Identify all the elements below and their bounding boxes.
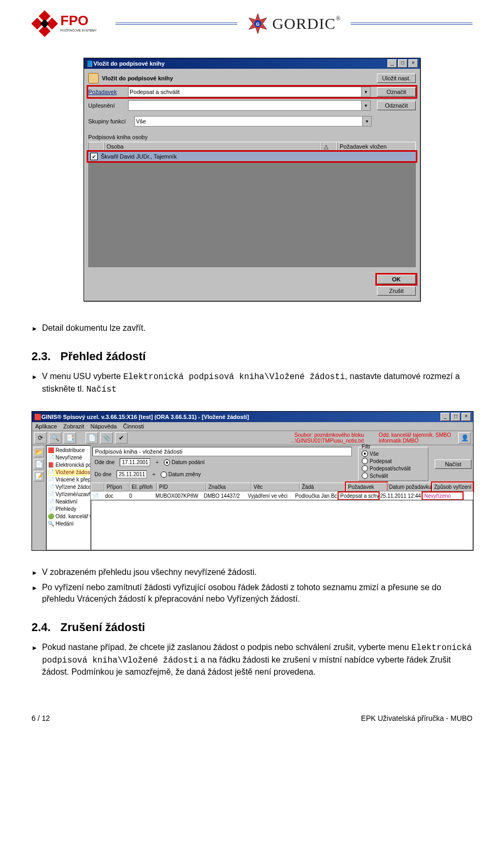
- menu-napoveda[interactable]: Nápověda: [90, 423, 117, 429]
- col-request-inserted[interactable]: Požadavek vložen: [337, 142, 416, 151]
- grid2-row[interactable]: 📄 doc 0 MUBOX007KP8W DMBO 14437/2 Vyjádř…: [91, 491, 473, 500]
- app-title: GINIS® Spisový uzel. v.3.66.15:X16 [test…: [41, 414, 439, 420]
- toolbar-btn-3[interactable]: 📑: [64, 432, 76, 444]
- col-vec[interactable]: Věc: [251, 483, 300, 491]
- chevron-down-icon[interactable]: ▼: [361, 101, 370, 110]
- footer-title: EPK Uživatelská příručka - MUBO: [361, 714, 472, 722]
- tree-hledani[interactable]: 🔍 Hledání: [48, 520, 89, 528]
- maximize-icon[interactable]: □: [451, 413, 460, 421]
- col-zada[interactable]: Žádá: [300, 483, 346, 491]
- tree-redistribuce[interactable]: 🟥 Redistribuce: [48, 447, 89, 454]
- tree-vyrizene-z[interactable]: 📄 Vyřízené žádosti: [48, 484, 89, 491]
- radio-datum-zmeny[interactable]: Datum změny: [161, 471, 201, 478]
- status-role: informatik DMBO: [379, 438, 451, 444]
- section-23-heading: 2.3. Přehled žádostí: [32, 350, 472, 363]
- close-icon[interactable]: ×: [461, 413, 471, 421]
- app-titlebar[interactable]: 🟥 GINIS® Spisový uzel. v.3.66.15:X16 [te…: [32, 412, 473, 422]
- to-label: Do dne: [94, 471, 111, 477]
- to-date[interactable]: 25.11.2011: [117, 470, 147, 478]
- col-znacka[interactable]: Značka: [206, 483, 251, 491]
- menu-aplikace[interactable]: Aplikace: [35, 423, 57, 429]
- save-settings-button[interactable]: Uložit nast.: [377, 74, 416, 83]
- mark-button[interactable]: Označit: [377, 87, 416, 97]
- close-icon[interactable]: ×: [408, 59, 418, 68]
- radio-vse[interactable]: Vše: [362, 450, 425, 457]
- from-label: Ode dne: [94, 459, 114, 465]
- header-rule-left: [116, 23, 237, 25]
- vt-btn-2[interactable]: 📄: [34, 459, 44, 469]
- grid2-header: Přípon El. příloh PID Značka Věc Žádá Po…: [91, 483, 473, 491]
- request-combo[interactable]: Podepsat a schválit ▼: [128, 87, 371, 97]
- vt-btn-1[interactable]: 📂: [34, 447, 44, 457]
- menu-cinnosti[interactable]: Činnosti: [123, 423, 144, 429]
- nav-tree[interactable]: 🟥 Redistribuce 📄 Nevyřízené 📕 Elektronic…: [46, 445, 91, 550]
- radio-podschval[interactable]: Podepsat/schválit: [362, 465, 425, 471]
- toolbar-btn-1[interactable]: ⟳: [34, 432, 47, 444]
- tree-neaktivni[interactable]: 📄 Neaktivní: [48, 498, 89, 506]
- tree-nevyrizene[interactable]: 📄 Nevyřízené: [48, 454, 89, 462]
- request-value: Podepsat a schválit: [130, 89, 180, 95]
- after-bullet-2: Po vyřízení nebo zamítnutí žádosti vyřiz…: [32, 582, 472, 605]
- tree-epk[interactable]: 📕 Elektronická podpisová kniha: [48, 462, 89, 469]
- request-label[interactable]: Požadavek: [88, 89, 125, 95]
- dialog-titlebar[interactable]: 📘 Vložit do podpisové knihy _ □ ×: [84, 58, 420, 69]
- checkbox-icon[interactable]: ✔: [90, 153, 98, 160]
- maximize-icon[interactable]: □: [398, 59, 407, 68]
- toolbar-btn-4[interactable]: 📄: [86, 432, 98, 444]
- filter-group: Filtr Vše Podepsat Podepsat/schválit Sch…: [358, 447, 428, 481]
- col-pozadavek[interactable]: Požadavek: [346, 483, 387, 491]
- toolbar-btn-5[interactable]: 📎: [100, 432, 113, 444]
- row-person: Škvařil David JUDr., Tajemník: [101, 153, 177, 160]
- ok-button[interactable]: OK: [377, 275, 416, 284]
- minimize-icon[interactable]: _: [440, 413, 450, 421]
- refine-combo[interactable]: ▼: [128, 100, 371, 111]
- menu-zobrazit[interactable]: Zobrazit: [64, 423, 85, 429]
- table-row[interactable]: ✔ Škvařil David JUDr., Tajemník: [88, 152, 416, 161]
- page-number: 6 / 12: [32, 714, 50, 722]
- col-elpriloh[interactable]: El. příloh: [130, 483, 157, 491]
- col-pid[interactable]: PID: [157, 483, 206, 491]
- radio-schvalit[interactable]: Schválit: [362, 473, 425, 479]
- cell-znacka: DMBO 14437/2: [202, 492, 246, 499]
- tree-vracene[interactable]: 📄 Vrácené k přepracování: [48, 476, 89, 484]
- unmark-button[interactable]: Odznačit: [377, 101, 416, 110]
- fpo-logo: FPO POČÍTAČOVÉ SYSTÉMY: [32, 11, 110, 37]
- doc-icon: 📄: [92, 493, 99, 499]
- sec24-bullet: Pokud nastane případ, že chcete již zasl…: [32, 642, 472, 678]
- filter-legend: Filtr: [362, 444, 425, 449]
- radio-podepsat[interactable]: Podepsat: [362, 458, 425, 464]
- from-date[interactable]: 17.11.2001: [120, 458, 150, 466]
- tree-vlozene[interactable]: 📄 Vložené žádosti: [48, 469, 89, 476]
- app-icon: 📘: [86, 60, 93, 67]
- refine-label: Upřesnění: [88, 102, 125, 109]
- tree-vyrizene-u[interactable]: 📄 Vyřízené/uzavřené: [48, 491, 89, 498]
- toolbar-user-icon[interactable]: 👤: [458, 432, 471, 444]
- menubar: Aplikace Zobrazit Nápověda Činnosti: [32, 422, 473, 431]
- groups-combo[interactable]: Vše ▼: [134, 116, 372, 127]
- svg-rect-4: [40, 19, 49, 28]
- vt-btn-3[interactable]: 📝: [34, 471, 44, 481]
- minimize-icon[interactable]: _: [387, 59, 397, 68]
- cancel-button[interactable]: Zrušit: [377, 286, 416, 296]
- cell-pozadavek: Podepsat a schválit: [339, 492, 379, 499]
- tree-prehledy[interactable]: 📄 Přehledy: [48, 506, 89, 513]
- toolbar: ⟳ 🔍 📑 📄 📎 ✔ Soubor: poznámkového bloku ……: [32, 431, 473, 445]
- svg-text:FPO: FPO: [60, 13, 88, 28]
- col-vyrizeni[interactable]: Způsob vyřízení: [432, 483, 473, 491]
- load-button[interactable]: Načíst: [435, 459, 471, 469]
- col-osoba[interactable]: Osoba: [104, 142, 321, 151]
- col-datum[interactable]: Datum požadavku: [387, 483, 432, 491]
- sec23-bullet: V menu USU vyberte Elektronická podpisov…: [32, 371, 472, 395]
- toolbar-btn-6[interactable]: ✔: [115, 432, 128, 444]
- pane-title: Podpisová kniha - vložené žádosti: [92, 447, 352, 456]
- book-icon: [88, 73, 99, 83]
- grid-body: ✔ Škvařil David JUDr., Tajemník: [88, 152, 416, 267]
- tree-odd[interactable]: 🟢 Odd. kancelář tajemníka: [48, 513, 89, 520]
- radio-datum-podani[interactable]: Datum podání: [164, 459, 205, 466]
- chevron-down-icon[interactable]: ▼: [361, 87, 370, 97]
- page-header: FPO POČÍTAČOVÉ SYSTÉMY G GORDIC®: [32, 11, 472, 37]
- chevron-down-icon[interactable]: ▼: [362, 117, 371, 126]
- left-toolbar: 📂 📄 📝: [32, 445, 46, 550]
- col-pripon[interactable]: Přípon: [104, 483, 130, 491]
- toolbar-btn-2[interactable]: 🔍: [49, 432, 61, 444]
